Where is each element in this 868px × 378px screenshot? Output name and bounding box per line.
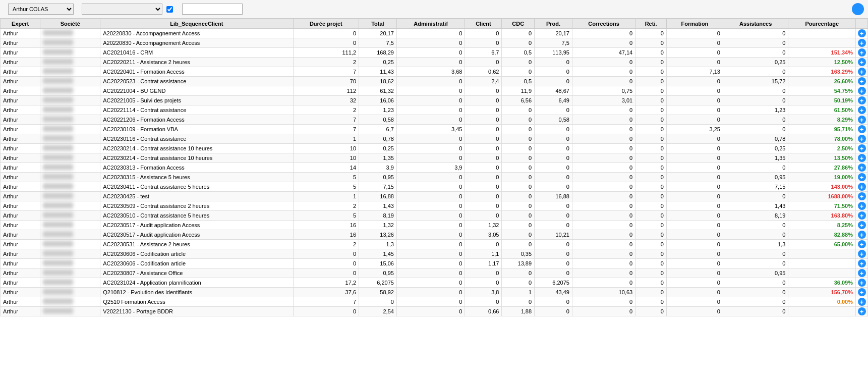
cell-lib: AC20230214 - Contrat assistance 10 heure… bbox=[100, 153, 293, 163]
cell-action[interactable]: + bbox=[856, 134, 868, 144]
cell-action[interactable]: + bbox=[856, 153, 868, 163]
cell-action[interactable]: + bbox=[856, 77, 868, 86]
cell-admin: 0 bbox=[396, 58, 465, 67]
add-row-button[interactable]: + bbox=[858, 307, 866, 315]
actif-label bbox=[166, 6, 175, 13]
cell-lib: AC20210416 - CRM bbox=[100, 48, 293, 58]
cell-action[interactable]: + bbox=[856, 67, 868, 77]
add-row-button[interactable]: + bbox=[858, 231, 866, 239]
cell-action[interactable]: + bbox=[856, 259, 868, 268]
cell-lib: AC20221114 - Contrat assistance bbox=[100, 105, 293, 115]
cell-action[interactable]: + bbox=[856, 249, 868, 259]
add-row-button[interactable]: + bbox=[858, 48, 866, 57]
cell-action[interactable]: + bbox=[856, 201, 868, 211]
cell-expert: Arthur bbox=[1, 134, 40, 144]
cell-societe bbox=[40, 211, 100, 221]
cell-client: 0 bbox=[465, 182, 502, 192]
cell-action[interactable]: + bbox=[856, 125, 868, 134]
cell-assistances: 0 bbox=[723, 29, 788, 38]
add-row-button[interactable]: + bbox=[858, 77, 866, 85]
cell-assistances: 0 bbox=[723, 307, 788, 316]
add-row-button[interactable]: + bbox=[858, 173, 866, 181]
cell-total: 0,25 bbox=[359, 144, 397, 153]
th-societe: Société bbox=[40, 19, 100, 29]
cell-reti: 0 bbox=[635, 173, 667, 182]
cell-client: 6,7 bbox=[465, 48, 502, 58]
add-row-button[interactable]: + bbox=[858, 106, 866, 114]
cell-action[interactable]: + bbox=[856, 278, 868, 288]
add-row-button[interactable]: + bbox=[858, 58, 866, 66]
cell-action[interactable]: + bbox=[856, 115, 868, 125]
add-row-button[interactable]: + bbox=[858, 39, 866, 47]
add-row-button[interactable]: + bbox=[858, 298, 866, 306]
cell-assistances: 0,95 bbox=[723, 173, 788, 182]
add-row-button[interactable]: + bbox=[858, 183, 866, 191]
cell-action[interactable]: + bbox=[856, 38, 868, 48]
cell-cdc: 0 bbox=[502, 230, 535, 240]
cell-action[interactable]: + bbox=[856, 105, 868, 115]
add-row-button[interactable]: + bbox=[858, 221, 866, 229]
add-row-button[interactable]: + bbox=[858, 154, 866, 162]
add-row-button[interactable]: + bbox=[858, 87, 866, 95]
add-row-button[interactable]: + bbox=[858, 202, 866, 210]
cell-client: 0 bbox=[465, 153, 502, 163]
cell-admin: 0 bbox=[396, 230, 465, 240]
add-row-button[interactable]: + bbox=[858, 164, 866, 172]
cell-action[interactable]: + bbox=[856, 86, 868, 96]
cell-action[interactable]: + bbox=[856, 58, 868, 67]
add-row-button[interactable]: + bbox=[858, 269, 866, 277]
add-row-button[interactable]: + bbox=[858, 96, 866, 104]
add-row-button[interactable]: + bbox=[858, 192, 866, 200]
cell-action[interactable]: + bbox=[856, 48, 868, 58]
type-sequence-select[interactable] bbox=[82, 4, 162, 15]
add-row-button[interactable]: + bbox=[858, 125, 866, 133]
cell-action[interactable]: + bbox=[856, 221, 868, 230]
add-row-button[interactable]: + bbox=[858, 68, 866, 76]
table-row: Arthur AC20230509 - Contrat assistance 2… bbox=[1, 201, 868, 211]
cell-action[interactable]: + bbox=[856, 182, 868, 192]
add-row-button[interactable]: + bbox=[858, 288, 866, 296]
cell-prod: 0 bbox=[535, 211, 572, 221]
cell-action[interactable]: + bbox=[856, 192, 868, 201]
cell-action[interactable]: + bbox=[856, 173, 868, 182]
cell-total: 0,95 bbox=[359, 173, 397, 182]
cell-reti: 0 bbox=[635, 115, 667, 125]
info-button[interactable] bbox=[852, 3, 864, 15]
add-row-button[interactable]: + bbox=[858, 259, 866, 267]
cell-corrections: 0 bbox=[572, 221, 635, 230]
cell-action[interactable]: + bbox=[856, 29, 868, 38]
cell-action[interactable]: + bbox=[856, 211, 868, 221]
add-row-button[interactable]: + bbox=[858, 135, 866, 143]
cell-action[interactable]: + bbox=[856, 288, 868, 297]
cell-corrections: 0 bbox=[572, 58, 635, 67]
add-row-button[interactable]: + bbox=[858, 144, 866, 152]
add-row-button[interactable]: + bbox=[858, 279, 866, 287]
cell-action[interactable]: + bbox=[856, 96, 868, 105]
table-row: Arthur V20221130 - Portage BDDR 0 2,54 0… bbox=[1, 307, 868, 316]
cell-action[interactable]: + bbox=[856, 240, 868, 249]
cell-action[interactable]: + bbox=[856, 163, 868, 173]
cell-action[interactable]: + bbox=[856, 268, 868, 278]
cell-corrections: 47,14 bbox=[572, 48, 635, 58]
table-header-row: Expert Société Lib_SequenceClient Durée … bbox=[1, 19, 868, 29]
actif-checkbox[interactable] bbox=[166, 6, 173, 13]
add-row-button[interactable]: + bbox=[858, 211, 866, 220]
cell-lib: A20220830 - Accompagnement Access bbox=[100, 38, 293, 48]
table-container: Expert Société Lib_SequenceClient Durée … bbox=[0, 19, 868, 375]
add-row-button[interactable]: + bbox=[858, 240, 866, 248]
cell-duree: 0 bbox=[293, 38, 359, 48]
cell-reti: 0 bbox=[635, 96, 667, 105]
table-row: Arthur AC20220401 - Formation Access 7 1… bbox=[1, 67, 868, 77]
toolbar: Arthur COLAS bbox=[0, 0, 868, 19]
expert-select[interactable]: Arthur COLAS bbox=[8, 4, 74, 15]
add-row-button[interactable]: + bbox=[858, 29, 866, 37]
cell-admin: 0 bbox=[396, 77, 465, 86]
cell-societe bbox=[40, 201, 100, 211]
cell-action[interactable]: + bbox=[856, 307, 868, 316]
cell-action[interactable]: + bbox=[856, 297, 868, 307]
societe-input[interactable] bbox=[182, 4, 243, 15]
cell-action[interactable]: + bbox=[856, 230, 868, 240]
cell-action[interactable]: + bbox=[856, 144, 868, 153]
add-row-button[interactable]: + bbox=[858, 116, 866, 124]
add-row-button[interactable]: + bbox=[858, 250, 866, 258]
